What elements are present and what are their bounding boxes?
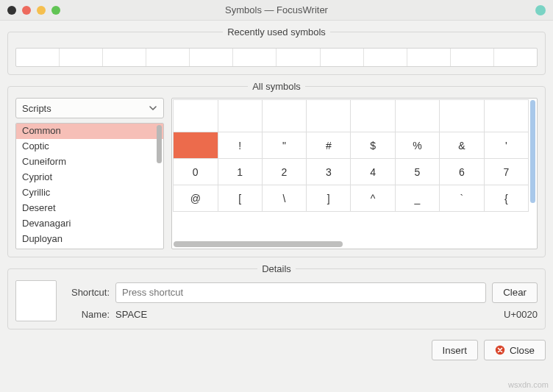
app-icon — [7, 6, 16, 15]
symbol-grid[interactable]: !"#$%&'01234567@[\]^_`{ — [173, 99, 529, 212]
scripts-combo-label: Scripts — [22, 103, 51, 114]
symbol-cell[interactable]: 6 — [440, 159, 484, 185]
symbol-cell[interactable] — [262, 100, 306, 132]
symbol-cell[interactable] — [218, 100, 262, 132]
insert-button[interactable]: Insert — [432, 340, 478, 360]
symbol-cell[interactable]: 5 — [395, 159, 439, 185]
symbol-cell[interactable]: ' — [484, 132, 528, 159]
recent-slot[interactable] — [60, 49, 103, 66]
clear-button[interactable]: Clear — [492, 282, 538, 303]
grid-horizontal-scrollbar[interactable] — [174, 241, 528, 247]
recent-panel-title: Recently used symbols — [223, 26, 330, 38]
recent-slot[interactable] — [321, 49, 364, 66]
symbol-cell[interactable]: ^ — [351, 185, 395, 212]
details-panel-title: Details — [257, 263, 296, 274]
symbol-preview — [15, 280, 57, 321]
recent-slot[interactable] — [276, 49, 320, 66]
window-title: Symbols — FocusWriter — [0, 4, 553, 15]
recent-slot[interactable] — [233, 49, 276, 66]
recent-slot[interactable] — [407, 49, 451, 66]
symbol-cell[interactable] — [395, 100, 439, 132]
close-icon — [495, 345, 505, 355]
close-button[interactable]: Close — [484, 340, 546, 360]
clear-button-label: Clear — [503, 287, 527, 298]
symbol-cell[interactable]: [ — [218, 185, 262, 212]
shortcut-input[interactable] — [115, 282, 486, 303]
grid-vertical-scrollbar[interactable] — [530, 100, 535, 237]
symbol-cell[interactable] — [484, 100, 528, 132]
symbol-cell[interactable] — [440, 100, 484, 132]
list-item[interactable]: Cyrillic — [16, 185, 163, 201]
recent-slot[interactable] — [103, 49, 146, 66]
recent-strip — [15, 48, 538, 67]
recent-slot[interactable] — [190, 49, 233, 66]
details-panel: Details Shortcut: Clear Name: SPACE U+00… — [7, 263, 546, 329]
symbol-cell[interactable]: 4 — [351, 159, 395, 185]
grid-horizontal-scrollbar-thumb[interactable] — [174, 241, 343, 247]
symbol-cell[interactable]: { — [484, 185, 528, 212]
codepoint-value: U+0020 — [504, 309, 538, 320]
symbol-cell[interactable]: " — [262, 132, 306, 159]
symbol-cell[interactable] — [351, 100, 395, 132]
list-item[interactable]: Common — [16, 124, 163, 139]
symbol-cell[interactable]: 0 — [174, 159, 218, 185]
window-close-icon[interactable] — [22, 6, 31, 15]
symbol-cell[interactable]: 2 — [262, 159, 306, 185]
symbol-grid-wrap: !"#$%&'01234567@[\]^_`{ — [171, 98, 538, 249]
recent-slot[interactable] — [16, 49, 60, 66]
symbol-cell[interactable]: 1 — [218, 159, 262, 185]
symbol-cell[interactable] — [174, 132, 218, 159]
symbol-cell[interactable]: \ — [262, 185, 306, 212]
symbol-cell[interactable]: ! — [218, 132, 262, 159]
symbol-cell[interactable]: @ — [174, 185, 218, 212]
recent-slot[interactable] — [146, 49, 190, 66]
symbol-cell[interactable]: & — [440, 132, 484, 159]
symbol-cell[interactable]: 3 — [307, 159, 351, 185]
symbol-cell[interactable]: ` — [440, 185, 484, 212]
list-item[interactable]: Devanagari — [16, 216, 163, 232]
recent-slot[interactable] — [451, 49, 494, 66]
all-symbols-panel: All symbols Scripts CommonCopticCuneifor… — [7, 81, 546, 257]
grid-vertical-scrollbar-thumb[interactable] — [530, 100, 535, 203]
symbol-cell[interactable]: # — [307, 132, 351, 159]
symbol-cell[interactable] — [174, 100, 218, 132]
list-item[interactable]: Cypriot — [16, 170, 163, 185]
recent-slot[interactable] — [364, 49, 407, 66]
titlebar: Symbols — FocusWriter — [0, 0, 553, 21]
symbol-cell[interactable]: % — [395, 132, 439, 159]
recent-panel: Recently used symbols — [7, 26, 546, 75]
list-item[interactable]: Duployan — [16, 232, 163, 247]
shortcut-label: Shortcut: — [67, 287, 110, 298]
window-maximize-icon[interactable] — [51, 6, 60, 15]
dialog-actions: Insert Close — [0, 335, 553, 360]
close-button-label: Close — [510, 345, 535, 356]
scripts-combo[interactable]: Scripts — [15, 98, 164, 118]
symbol-cell[interactable]: $ — [351, 132, 395, 159]
scripts-list[interactable]: CommonCopticCuneiformCypriotCyrillicDese… — [15, 123, 164, 249]
help-icon[interactable] — [535, 5, 546, 15]
chevron-down-icon — [149, 104, 157, 113]
name-label: Name: — [67, 309, 110, 320]
list-item[interactable]: Deseret — [16, 201, 163, 216]
window-minimize-icon[interactable] — [37, 6, 46, 15]
all-symbols-title: All symbols — [248, 81, 305, 92]
symbol-cell[interactable]: _ — [395, 185, 439, 212]
watermark: wsxdn.com — [508, 380, 549, 389]
list-item[interactable]: Coptic — [16, 139, 163, 154]
scripts-scrollbar[interactable] — [157, 125, 162, 247]
symbol-cell[interactable]: ] — [307, 185, 351, 212]
recent-slot[interactable] — [494, 49, 537, 66]
symbol-cell[interactable]: 7 — [484, 159, 528, 185]
scripts-scrollbar-thumb[interactable] — [157, 125, 162, 163]
insert-button-label: Insert — [443, 345, 467, 356]
name-value: SPACE — [115, 309, 147, 320]
symbol-cell[interactable] — [307, 100, 351, 132]
list-item[interactable]: Cuneiform — [16, 154, 163, 170]
